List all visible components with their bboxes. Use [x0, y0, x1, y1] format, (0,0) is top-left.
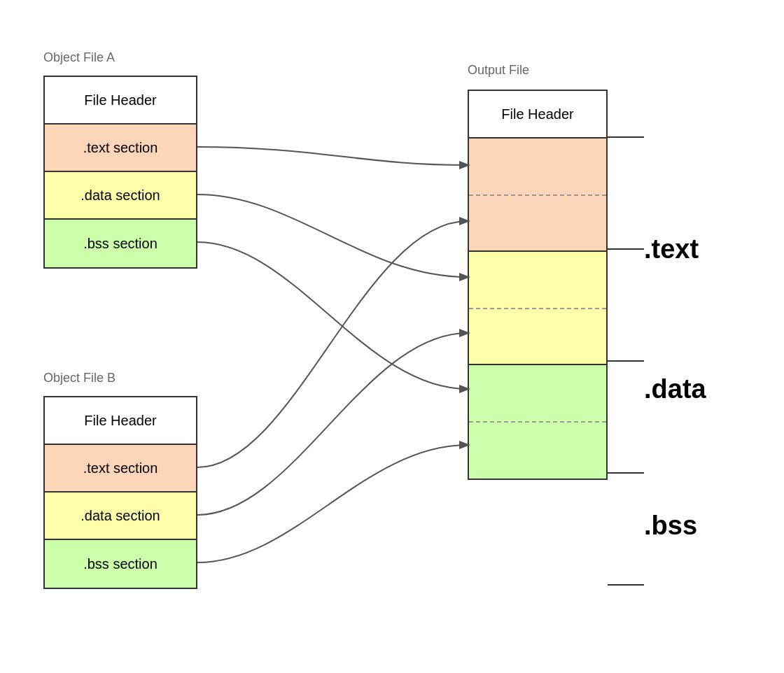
file-b-text-row: .text section — [45, 445, 196, 493]
file-a-data-row: .data section — [45, 172, 196, 220]
output-text-section-2 — [469, 196, 606, 252]
output-file-box: File Header — [468, 90, 608, 480]
diagram-container: Object File A File Header .text section … — [0, 0, 784, 673]
object-file-b-box: File Header .text section .data section … — [43, 396, 197, 589]
file-a-header-row: File Header — [45, 77, 196, 125]
output-data-section-2 — [469, 309, 606, 365]
object-file-a-label: Object File A — [43, 50, 115, 65]
object-file-a-box: File Header .text section .data section … — [43, 76, 197, 269]
output-text-section-1 — [469, 139, 606, 194]
output-header-row: File Header — [469, 91, 606, 139]
file-b-data-row: .data section — [45, 493, 196, 540]
object-file-b-label: Object File B — [43, 371, 115, 385]
output-bss-section-1 — [469, 365, 606, 421]
output-data-section-1 — [469, 252, 606, 308]
output-file-label: Output File — [468, 63, 529, 78]
file-b-bss-row: .bss section — [45, 540, 196, 588]
output-bss-section-2 — [469, 423, 606, 479]
file-b-header-row: File Header — [45, 397, 196, 445]
right-label-bss: .bss — [644, 511, 697, 541]
right-label-data: .data — [644, 374, 706, 404]
file-a-text-row: .text section — [45, 125, 196, 172]
file-a-bss-row: .bss section — [45, 220, 196, 267]
right-label-text: .text — [644, 234, 699, 264]
